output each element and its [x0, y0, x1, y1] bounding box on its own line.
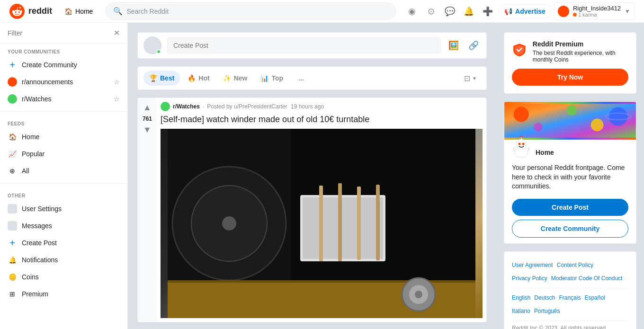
star-icon-announcements[interactable]: ☆	[114, 78, 120, 86]
watches-label: r/Watches	[22, 95, 109, 103]
lang-english[interactable]: English	[512, 292, 530, 303]
notifications-icon-btn[interactable]: 🔔	[460, 3, 477, 20]
announcements-icon	[8, 77, 17, 87]
content-policy-link[interactable]: Content Policy	[557, 259, 593, 271]
main-content: 🖼️ 🔗 🏆 Best 🔥 Hot ✨ New 📊 Top ...	[128, 23, 496, 329]
advertise-icon: 📢	[504, 8, 512, 15]
lang-italiano[interactable]: Italiano	[512, 305, 530, 317]
user-agreement-link[interactable]: User Agreement	[512, 259, 553, 271]
post-inner: ▲ 761 ▼ r/Watches · Posted by u/PrePresi…	[138, 98, 486, 322]
hot-icon: 🔥	[188, 74, 196, 82]
sidebar-item-home[interactable]: 🏠 Home	[0, 128, 127, 145]
user-details: Right_Inside3412 1 karma	[573, 5, 621, 18]
svg-point-20	[567, 105, 577, 115]
image-upload-icon[interactable]: 🖼️	[447, 38, 461, 53]
footer-divider-2	[512, 320, 628, 321]
sidebar-item-popular[interactable]: 📈 Popular	[0, 145, 127, 162]
coins-icon-btn[interactable]: ⊙	[422, 3, 439, 20]
sidebar-item-all[interactable]: ⊕ All	[0, 162, 127, 179]
more-label: ...	[298, 74, 304, 82]
dot-separator: ·	[203, 103, 204, 110]
sidebar-item-messages[interactable]: Messages	[0, 217, 127, 234]
subreddit-icon	[161, 102, 170, 111]
post-title[interactable]: [Self-made] watch winder made out of old…	[161, 114, 483, 125]
filter-input[interactable]	[8, 29, 114, 37]
sort-best-button[interactable]: 🏆 Best	[143, 71, 180, 86]
popular-icon-btn[interactable]: ◉	[403, 3, 420, 20]
divider-2	[0, 183, 127, 184]
create-post-input[interactable]	[167, 37, 441, 53]
lang-francais[interactable]: Français	[559, 292, 581, 303]
create-post-bar: 🖼️ 🔗	[137, 32, 487, 59]
sort-more-button[interactable]: ...	[293, 71, 310, 86]
sort-new-button[interactable]: ✨ New	[217, 71, 253, 86]
home-icon: 🏠	[64, 8, 72, 15]
svg-rect-11	[376, 185, 380, 260]
coins-label: Coins	[22, 273, 120, 281]
home-widget: Home Your personal Reddit frontpage. Com…	[504, 101, 636, 244]
create-community-label: Create Community	[22, 61, 120, 69]
svg-point-27	[522, 143, 525, 145]
star-icon-watches[interactable]: ☆	[114, 95, 120, 103]
subreddit-name[interactable]: r/Watches	[173, 103, 200, 110]
link-icon[interactable]: 🔗	[466, 38, 481, 53]
sort-top-button[interactable]: 📊 Top	[255, 71, 289, 86]
moderator-code-link[interactable]: Moderator Code Of Conduct	[551, 273, 623, 284]
snoo-icon	[512, 136, 531, 160]
premium-card: Reddit Premium The best Reddit experienc…	[504, 32, 636, 94]
search-bar[interactable]: 🔍 Search Reddit	[105, 2, 396, 20]
coins-sidebar-icon: 🪙	[8, 272, 17, 282]
username-text: Right_Inside3412	[573, 5, 621, 12]
lang-espanol[interactable]: Español	[584, 292, 605, 303]
sidebar-item-notifications[interactable]: 🔔 Notifications	[0, 251, 127, 268]
best-label: Best	[160, 74, 174, 82]
top-label: Top	[271, 74, 283, 82]
downvote-button[interactable]: ▼	[142, 124, 152, 136]
create-community-widget-button[interactable]: Create Community	[512, 220, 628, 238]
sidebar-item-watches[interactable]: r/Watches ☆	[0, 90, 127, 107]
chevron-down-icon-sort: ▼	[472, 76, 477, 81]
try-now-button[interactable]: Try Now	[512, 69, 628, 86]
advertise-button[interactable]: 📢 Advertise	[498, 4, 552, 18]
sidebar-item-coins[interactable]: 🪙 Coins	[0, 268, 127, 285]
premium-header: Reddit Premium The best Reddit experienc…	[512, 40, 628, 63]
sidebar-item-user-settings[interactable]: User Settings	[0, 200, 127, 217]
home-nav-button[interactable]: 🏠 Home	[60, 5, 98, 18]
home-widget-title: Home	[536, 149, 554, 156]
sidebar-item-announcements[interactable]: r/announcements ☆	[0, 73, 127, 90]
lang-deutsch[interactable]: Deutsch	[534, 292, 555, 303]
chat-icon-btn[interactable]: 💬	[441, 3, 458, 20]
post-card: ▲ 761 ▼ r/Watches · Posted by u/PrePresi…	[137, 98, 487, 322]
lang-portugues[interactable]: Português	[534, 305, 560, 317]
header: reddit 🏠 Home 🔍 Search Reddit ◉ ⊙ 💬 🔔 ➕ …	[0, 0, 644, 23]
online-dot	[156, 49, 161, 54]
create-post-widget-button[interactable]: Create Post	[512, 199, 628, 216]
svg-point-18	[514, 107, 529, 122]
svg-rect-7	[303, 197, 383, 259]
sort-hot-button[interactable]: 🔥 Hot	[182, 71, 215, 86]
view-toggle[interactable]: ⊡ ▼	[460, 71, 481, 86]
post-image[interactable]	[161, 129, 483, 318]
create-community-item[interactable]: + Create Community	[0, 56, 127, 73]
sidebar-close-button[interactable]: ✕	[114, 28, 120, 37]
footer-languages: English Deutsch Français Español Italian…	[512, 292, 628, 317]
all-feed-label: All	[22, 167, 120, 175]
add-icon-btn[interactable]: ➕	[479, 3, 496, 20]
user-avatar	[558, 6, 569, 17]
logo[interactable]: reddit	[9, 4, 52, 19]
user-menu[interactable]: Right_Inside3412 1 karma ▼	[554, 2, 635, 20]
plus-icon: +	[8, 60, 17, 70]
reddit-wordmark: reddit	[28, 6, 52, 16]
premium-shield-icon	[512, 40, 527, 59]
privacy-policy-link[interactable]: Privacy Policy	[512, 273, 547, 284]
post-content: r/Watches · Posted by u/PrePresidentCart…	[157, 98, 486, 322]
user-settings-label: User Settings	[22, 205, 120, 213]
home-nav-label: Home	[75, 8, 93, 15]
best-icon: 🏆	[149, 74, 157, 82]
other-label: OTHER	[0, 187, 127, 200]
premium-sidebar-icon: ⊞	[8, 289, 17, 299]
sidebar-item-create-post[interactable]: + Create Post	[0, 234, 127, 251]
svg-point-16	[415, 291, 422, 298]
upvote-button[interactable]: ▲	[142, 102, 152, 114]
sidebar-item-premium[interactable]: ⊞ Premium	[0, 285, 127, 302]
